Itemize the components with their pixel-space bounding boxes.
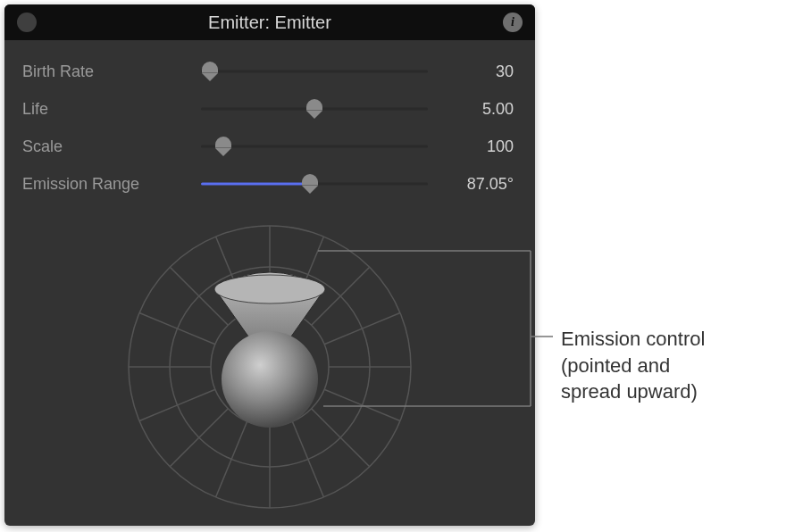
svg-line-5: [340, 437, 370, 467]
svg-line-20: [324, 389, 362, 405]
param-birth-rate: Birth Rate 30: [22, 53, 517, 90]
svg-line-28: [178, 328, 215, 345]
param-label: Life: [22, 100, 201, 119]
svg-line-6: [308, 459, 324, 496]
scale-value[interactable]: 100: [428, 137, 517, 156]
param-label: Scale: [22, 137, 201, 156]
slider-track: [201, 71, 428, 73]
birth-rate-slider[interactable]: [201, 61, 428, 82]
param-emission-range: Emission Range 87.05°: [22, 165, 517, 203]
svg-line-18: [362, 313, 399, 329]
svg-line-8: [216, 459, 232, 496]
svg-line-14: [216, 237, 232, 274]
svg-line-24: [231, 421, 247, 459]
annotation-text: Emission control (pointed and spread upw…: [561, 326, 793, 405]
svg-line-16: [308, 237, 324, 274]
emission-sphere-icon: [222, 331, 318, 428]
emission-range-slider[interactable]: [201, 173, 428, 195]
svg-line-25: [199, 409, 229, 438]
panel-header: Emitter: Emitter i: [4, 4, 535, 40]
svg-line-9: [170, 437, 199, 467]
param-scale: Scale 100: [22, 128, 517, 165]
svg-line-22: [292, 421, 308, 459]
header-dot-icon: [17, 12, 37, 32]
svg-line-12: [139, 313, 177, 329]
param-label: Birth Rate: [22, 62, 201, 81]
life-value[interactable]: 5.00: [428, 100, 517, 119]
svg-line-4: [362, 405, 399, 421]
emission-area: [4, 210, 535, 513]
parameters-list: Birth Rate 30 Life 5.00 Scale 100 E: [4, 40, 535, 210]
svg-line-26: [178, 389, 215, 405]
annotation-line: spread upward): [561, 378, 793, 405]
svg-line-21: [312, 409, 341, 438]
life-slider[interactable]: [201, 98, 428, 120]
emission-range-value[interactable]: 87.05°: [428, 175, 517, 194]
birth-rate-value[interactable]: 30: [428, 62, 517, 81]
slider-fill: [201, 183, 310, 186]
svg-line-34: [324, 328, 362, 345]
annotation-line: (pointed and: [561, 353, 793, 379]
svg-line-17: [340, 267, 370, 296]
slider-track: [201, 145, 428, 148]
param-label: Emission Range: [22, 175, 201, 194]
param-life: Life 5.00: [22, 90, 517, 128]
svg-line-13: [170, 267, 199, 296]
scale-slider[interactable]: [201, 136, 428, 157]
emission-direction-control[interactable]: [123, 220, 416, 513]
svg-line-10: [139, 405, 177, 421]
info-icon[interactable]: i: [503, 12, 523, 32]
hud-panel: Emitter: Emitter i Birth Rate 30 Life 5.…: [4, 4, 535, 526]
panel-title: Emitter: Emitter: [4, 12, 535, 33]
svg-point-35: [214, 275, 325, 303]
annotation-line: Emission control: [561, 326, 793, 353]
